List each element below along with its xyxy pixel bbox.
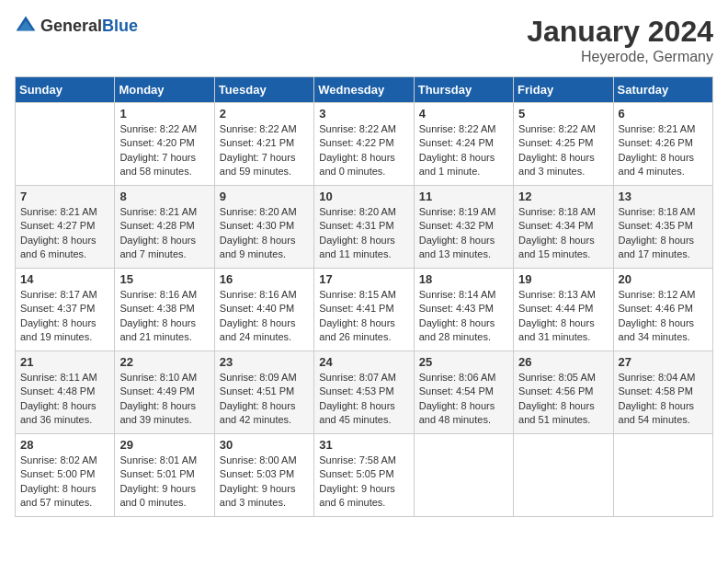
day-number: 22 — [119, 355, 209, 369]
day-number: 9 — [220, 190, 309, 203]
logo-text: GeneralBlue — [40, 17, 138, 36]
day-number: 20 — [619, 272, 708, 286]
day-cell: 25Sunrise: 8:06 AMSunset: 4:54 PMDayligh… — [414, 351, 513, 434]
day-info: Sunrise: 8:05 AMSunset: 4:56 PMDaylight:… — [518, 371, 608, 428]
day-cell: 21Sunrise: 8:11 AMSunset: 4:48 PMDayligh… — [16, 351, 115, 434]
day-cell: 30Sunrise: 8:00 AMSunset: 5:03 PMDayligh… — [214, 434, 313, 517]
day-info: Sunrise: 8:02 AMSunset: 5:00 PMDaylight:… — [20, 454, 109, 511]
day-cell: 24Sunrise: 8:07 AMSunset: 4:53 PMDayligh… — [314, 351, 414, 434]
day-cell: 18Sunrise: 8:14 AMSunset: 4:43 PMDayligh… — [414, 269, 513, 351]
day-cell: 31Sunrise: 7:58 AMSunset: 5:05 PMDayligh… — [314, 434, 414, 517]
day-info: Sunrise: 8:22 AMSunset: 4:24 PMDaylight:… — [419, 122, 508, 179]
day-info: Sunrise: 8:22 AMSunset: 4:22 PMDaylight:… — [319, 122, 408, 179]
day-number: 31 — [319, 438, 408, 452]
day-cell: 1Sunrise: 8:22 AMSunset: 4:20 PMDaylight… — [115, 103, 214, 186]
day-info: Sunrise: 8:13 AMSunset: 4:44 PMDaylight:… — [518, 288, 608, 345]
day-number: 27 — [619, 355, 708, 369]
day-number: 21 — [20, 355, 109, 369]
day-number: 11 — [419, 190, 508, 203]
day-info: Sunrise: 8:20 AMSunset: 4:31 PMDaylight:… — [319, 205, 408, 262]
day-cell: 7Sunrise: 8:21 AMSunset: 4:27 PMDaylight… — [16, 186, 115, 269]
day-info: Sunrise: 8:12 AMSunset: 4:46 PMDaylight:… — [619, 288, 708, 345]
day-number: 24 — [319, 355, 408, 369]
day-number: 30 — [220, 438, 309, 452]
day-cell: 6Sunrise: 8:21 AMSunset: 4:26 PMDaylight… — [613, 103, 712, 186]
day-cell: 11Sunrise: 8:19 AMSunset: 4:32 PMDayligh… — [414, 186, 513, 269]
week-row-2: 7Sunrise: 8:21 AMSunset: 4:27 PMDaylight… — [16, 186, 713, 269]
day-info: Sunrise: 8:19 AMSunset: 4:32 PMDaylight:… — [419, 205, 508, 262]
day-info: Sunrise: 8:21 AMSunset: 4:27 PMDaylight:… — [20, 205, 109, 262]
day-info: Sunrise: 8:20 AMSunset: 4:30 PMDaylight:… — [220, 205, 309, 262]
day-cell — [16, 103, 115, 186]
week-row-1: 1Sunrise: 8:22 AMSunset: 4:20 PMDaylight… — [16, 103, 713, 186]
day-cell: 22Sunrise: 8:10 AMSunset: 4:49 PMDayligh… — [115, 351, 214, 434]
day-cell: 4Sunrise: 8:22 AMSunset: 4:24 PMDaylight… — [414, 103, 513, 186]
day-info: Sunrise: 8:09 AMSunset: 4:51 PMDaylight:… — [220, 371, 309, 428]
day-number: 23 — [220, 355, 309, 369]
day-number: 3 — [319, 107, 408, 121]
day-info: Sunrise: 8:22 AMSunset: 4:20 PMDaylight:… — [119, 122, 209, 179]
month-title: January 2024 — [527, 15, 713, 49]
day-cell: 15Sunrise: 8:16 AMSunset: 4:38 PMDayligh… — [115, 269, 214, 351]
day-info: Sunrise: 8:18 AMSunset: 4:35 PMDaylight:… — [619, 205, 708, 262]
day-info: Sunrise: 8:21 AMSunset: 4:28 PMDaylight:… — [119, 205, 209, 262]
day-info: Sunrise: 8:11 AMSunset: 4:48 PMDaylight:… — [20, 371, 109, 428]
day-number: 29 — [119, 438, 209, 452]
logo-general: General — [40, 17, 102, 35]
day-number: 2 — [220, 107, 309, 121]
location-title: Heyerode, Germany — [527, 49, 713, 65]
weekday-saturday: Saturday — [613, 77, 712, 103]
day-info: Sunrise: 8:00 AMSunset: 5:03 PMDaylight:… — [220, 454, 309, 511]
week-row-5: 28Sunrise: 8:02 AMSunset: 5:00 PMDayligh… — [16, 434, 713, 517]
day-cell: 10Sunrise: 8:20 AMSunset: 4:31 PMDayligh… — [314, 186, 414, 269]
day-cell: 13Sunrise: 8:18 AMSunset: 4:35 PMDayligh… — [613, 186, 712, 269]
day-info: Sunrise: 8:17 AMSunset: 4:37 PMDaylight:… — [20, 288, 109, 345]
day-cell: 17Sunrise: 8:15 AMSunset: 4:41 PMDayligh… — [314, 269, 414, 351]
day-number: 8 — [119, 190, 209, 203]
day-info: Sunrise: 8:22 AMSunset: 4:21 PMDaylight:… — [220, 122, 309, 179]
day-cell — [613, 434, 712, 517]
day-cell: 23Sunrise: 8:09 AMSunset: 4:51 PMDayligh… — [214, 351, 313, 434]
day-info: Sunrise: 8:16 AMSunset: 4:40 PMDaylight:… — [220, 288, 309, 345]
day-info: Sunrise: 8:01 AMSunset: 5:01 PMDaylight:… — [119, 454, 209, 511]
logo: GeneralBlue — [15, 15, 138, 37]
week-row-3: 14Sunrise: 8:17 AMSunset: 4:37 PMDayligh… — [16, 269, 713, 351]
day-number: 12 — [518, 190, 608, 203]
day-info: Sunrise: 8:18 AMSunset: 4:34 PMDaylight:… — [518, 205, 608, 262]
day-number: 26 — [518, 355, 608, 369]
day-info: Sunrise: 7:58 AMSunset: 5:05 PMDaylight:… — [319, 454, 408, 511]
day-cell: 9Sunrise: 8:20 AMSunset: 4:30 PMDaylight… — [214, 186, 313, 269]
logo-blue: Blue — [102, 17, 138, 35]
day-cell: 16Sunrise: 8:16 AMSunset: 4:40 PMDayligh… — [214, 269, 313, 351]
page-header: GeneralBlue January 2024 Heyerode, Germa… — [15, 15, 713, 65]
day-number: 13 — [619, 190, 708, 203]
day-cell: 5Sunrise: 8:22 AMSunset: 4:25 PMDaylight… — [514, 103, 613, 186]
day-cell: 8Sunrise: 8:21 AMSunset: 4:28 PMDaylight… — [115, 186, 214, 269]
logo-icon — [15, 15, 37, 37]
day-info: Sunrise: 8:16 AMSunset: 4:38 PMDaylight:… — [119, 288, 209, 345]
day-info: Sunrise: 8:15 AMSunset: 4:41 PMDaylight:… — [319, 288, 408, 345]
day-cell: 12Sunrise: 8:18 AMSunset: 4:34 PMDayligh… — [514, 186, 613, 269]
day-info: Sunrise: 8:06 AMSunset: 4:54 PMDaylight:… — [419, 371, 508, 428]
weekday-sunday: Sunday — [16, 77, 115, 103]
day-number: 7 — [20, 190, 109, 203]
weekday-header-row: SundayMondayTuesdayWednesdayThursdayFrid… — [16, 77, 713, 103]
day-number: 1 — [119, 107, 209, 121]
day-number: 25 — [419, 355, 508, 369]
day-info: Sunrise: 8:07 AMSunset: 4:53 PMDaylight:… — [319, 371, 408, 428]
day-cell: 3Sunrise: 8:22 AMSunset: 4:22 PMDaylight… — [314, 103, 414, 186]
day-number: 19 — [518, 272, 608, 286]
day-cell: 14Sunrise: 8:17 AMSunset: 4:37 PMDayligh… — [16, 269, 115, 351]
day-number: 10 — [319, 190, 408, 203]
weekday-tuesday: Tuesday — [214, 77, 313, 103]
title-block: January 2024 Heyerode, Germany — [527, 15, 713, 65]
day-info: Sunrise: 8:22 AMSunset: 4:25 PMDaylight:… — [518, 122, 608, 179]
day-number: 6 — [619, 107, 708, 121]
calendar-table: SundayMondayTuesdayWednesdayThursdayFrid… — [15, 76, 713, 517]
day-cell — [514, 434, 613, 517]
day-cell: 26Sunrise: 8:05 AMSunset: 4:56 PMDayligh… — [514, 351, 613, 434]
day-number: 28 — [20, 438, 109, 452]
weekday-friday: Friday — [514, 77, 613, 103]
day-cell: 27Sunrise: 8:04 AMSunset: 4:58 PMDayligh… — [613, 351, 712, 434]
day-number: 16 — [220, 272, 309, 286]
